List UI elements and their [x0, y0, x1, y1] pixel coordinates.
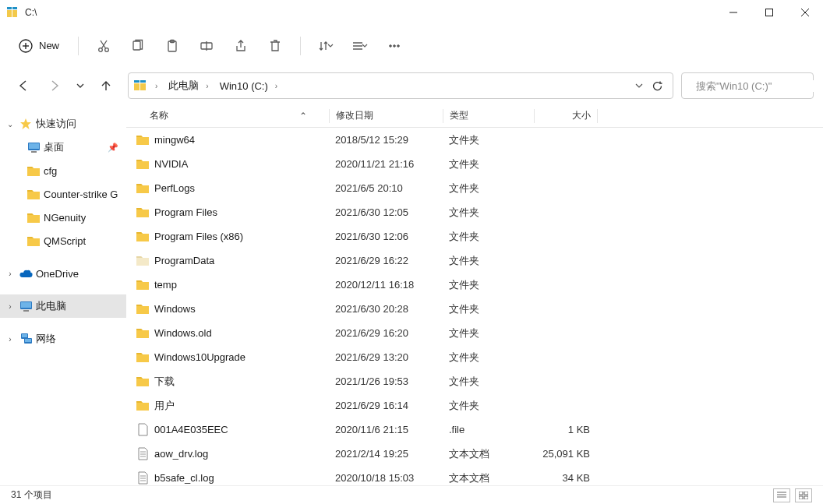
- table-row[interactable]: mingw642018/5/12 15:29文件夹: [126, 128, 823, 152]
- view-tiles-button[interactable]: [795, 488, 812, 502]
- tree-quick-item[interactable]: cfg: [0, 159, 126, 182]
- file-name: NVIDIA: [154, 158, 188, 170]
- search-input[interactable]: [696, 80, 823, 92]
- file-size: 1 KB: [534, 424, 596, 435]
- svg-rect-33: [29, 143, 39, 149]
- folder-icon: [26, 212, 41, 224]
- address-bar[interactable]: › 此电脑› Win10 (C:)›: [128, 72, 673, 99]
- tree-quick-item[interactable]: NGenuity: [0, 206, 126, 229]
- view-details-button[interactable]: [773, 488, 790, 502]
- pc-icon: [19, 301, 33, 312]
- tree-quick-item[interactable]: Counter-strike G: [0, 182, 126, 206]
- folder-icon: [136, 206, 150, 220]
- table-row[interactable]: aow_drv.log2021/2/14 19:25文本文档25,091 KB: [126, 442, 823, 466]
- recent-button[interactable]: [72, 72, 89, 100]
- close-button[interactable]: [787, 0, 823, 25]
- forward-button[interactable]: [41, 72, 69, 100]
- table-row[interactable]: NVIDIA2020/11/21 21:16文件夹: [126, 152, 823, 176]
- folder-icon: [136, 326, 150, 340]
- file-icon: [136, 447, 150, 461]
- new-button[interactable]: New: [9, 35, 69, 57]
- toolbar: New: [0, 25, 823, 67]
- tree-network[interactable]: › 网络: [0, 327, 126, 351]
- file-list: mingw642018/5/12 15:29文件夹NVIDIA2020/11/2…: [126, 128, 823, 485]
- tree-label: cfg: [44, 165, 57, 177]
- folder-icon: [26, 189, 41, 200]
- file-date: 2021/6/30 20:28: [329, 303, 443, 315]
- table-row[interactable]: temp2020/12/11 16:18文件夹: [126, 273, 823, 297]
- tree-quick-item[interactable]: QMScript: [0, 229, 126, 252]
- copy-button[interactable]: [122, 32, 154, 60]
- view-button[interactable]: [344, 32, 376, 60]
- rename-button[interactable]: [191, 32, 222, 60]
- svg-rect-40: [25, 339, 31, 342]
- sort-indicator-icon: ⌃: [299, 111, 307, 122]
- minimize-button[interactable]: [715, 0, 751, 25]
- back-button[interactable]: [9, 72, 37, 100]
- file-type: 文件夹: [443, 278, 534, 292]
- column-headers: 名称⌃ 修改日期 类型 大小: [126, 104, 823, 128]
- paste-button[interactable]: [157, 32, 188, 60]
- file-type: 文件夹: [443, 326, 534, 340]
- ellipsis-icon: [387, 39, 401, 53]
- file-name: ProgramData: [154, 255, 214, 266]
- tree-label: NGenuity: [44, 212, 86, 224]
- table-row[interactable]: Windows10Upgrade2021/6/29 13:20文件夹: [126, 345, 823, 369]
- file-type: 文件夹: [443, 182, 534, 196]
- file-name: 用户: [154, 399, 175, 413]
- item-count: 31 个项目: [11, 488, 52, 502]
- breadcrumb-root[interactable]: 此电脑›: [165, 77, 211, 94]
- table-row[interactable]: b5safe_cl.log2020/10/18 15:03文本文档34 KB: [126, 466, 823, 485]
- svg-point-25: [397, 44, 400, 47]
- file-type: 文件夹: [443, 133, 534, 147]
- refresh-button[interactable]: [652, 80, 663, 92]
- navigation-row: › 此电脑› Win10 (C:)›: [0, 67, 823, 104]
- chevron-down-icon[interactable]: ⌄: [5, 120, 16, 129]
- delete-button[interactable]: [260, 32, 291, 60]
- table-row[interactable]: Windows.old2021/6/29 16:20文件夹: [126, 321, 823, 345]
- file-date: 2020/11/21 21:16: [329, 158, 443, 170]
- breadcrumb-drive[interactable]: Win10 (C:)›: [217, 79, 281, 93]
- table-row[interactable]: Program Files (x86)2021/6/30 12:06文件夹: [126, 224, 823, 248]
- column-size[interactable]: 大小: [535, 109, 597, 122]
- column-name[interactable]: 名称⌃: [126, 109, 329, 122]
- tree-this-pc[interactable]: › 此电脑: [0, 294, 126, 318]
- column-date[interactable]: 修改日期: [330, 109, 443, 122]
- file-name: Windows.old: [154, 327, 212, 339]
- up-button[interactable]: [92, 72, 120, 100]
- file-type: 文件夹: [443, 399, 534, 413]
- rename-icon: [200, 39, 214, 53]
- separator: [300, 37, 301, 55]
- table-row[interactable]: Windows2021/6/30 20:28文件夹: [126, 297, 823, 321]
- table-row[interactable]: 001A4E035EEC2020/11/6 21:15.file1 KB: [126, 418, 823, 442]
- table-row[interactable]: Program Files2021/6/30 12:05文件夹: [126, 200, 823, 224]
- folder-icon: [136, 351, 150, 365]
- chevron-right-icon[interactable]: ›: [5, 335, 16, 344]
- file-name: Program Files: [154, 206, 217, 218]
- search-box[interactable]: [681, 72, 814, 99]
- svg-point-24: [394, 44, 396, 47]
- share-button[interactable]: [225, 32, 256, 60]
- tree-label: QMScript: [44, 235, 86, 247]
- table-row[interactable]: ProgramData2021/6/29 16:22文件夹: [126, 248, 823, 273]
- address-dropdown[interactable]: [634, 81, 644, 90]
- maximize-button[interactable]: [751, 0, 787, 25]
- plus-circle-icon: [19, 39, 33, 53]
- column-type[interactable]: 类型: [443, 109, 534, 122]
- sort-button[interactable]: [310, 32, 341, 60]
- crumb-chevron[interactable]: ›: [152, 80, 161, 92]
- table-row[interactable]: 用户2021/6/29 16:14文件夹: [126, 393, 823, 418]
- chevron-right-icon[interactable]: ›: [5, 270, 16, 278]
- table-row[interactable]: PerfLogs2021/6/5 20:10文件夹: [126, 176, 823, 200]
- svg-rect-51: [799, 492, 803, 495]
- chevron-right-icon[interactable]: ›: [5, 302, 16, 311]
- table-row[interactable]: 下载2021/1/26 19:53文件夹: [126, 369, 823, 393]
- more-button[interactable]: [379, 32, 410, 60]
- tree-onedrive[interactable]: › OneDrive: [0, 262, 126, 285]
- file-type: 文件夹: [443, 351, 534, 365]
- tree-quick-access[interactable]: ⌄ 快速访问: [0, 112, 126, 136]
- svg-rect-37: [23, 310, 29, 312]
- folder-icon: [136, 133, 150, 147]
- tree-quick-item[interactable]: 桌面📌: [0, 136, 126, 159]
- cut-button[interactable]: [88, 32, 119, 60]
